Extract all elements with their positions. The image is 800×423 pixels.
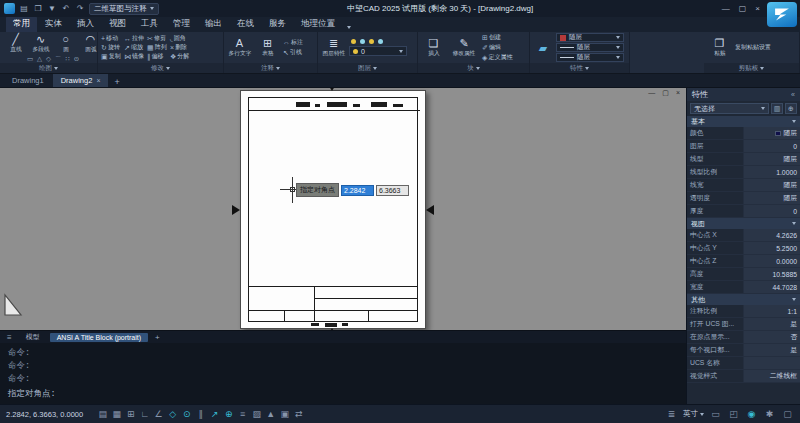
move-button[interactable]: +移动	[101, 34, 121, 43]
prop-row-center-z[interactable]: 中心点 Z 0.0000	[687, 255, 800, 268]
new-file-icon[interactable]: ▤	[19, 4, 29, 13]
prop-row-center-y[interactable]: 中心点 Y 5.2500	[687, 242, 800, 255]
create-block-button[interactable]: ⊞创建	[482, 33, 512, 42]
clean-screen-icon[interactable]: ◰	[727, 409, 740, 419]
object-color-dropdown[interactable]: 随层	[556, 33, 624, 42]
quick-select-button[interactable]: ▥	[771, 103, 783, 114]
tab-solid[interactable]: 实体	[38, 16, 69, 32]
lineweight-dropdown[interactable]: 随层	[556, 43, 624, 52]
prop-row-annotation-scale[interactable]: 注释比例 1:1	[687, 305, 800, 318]
edit-attribute-button[interactable]: ✎ 修改属性	[449, 37, 479, 58]
table-button[interactable]: ⊞ 表格	[255, 37, 280, 58]
drawing-canvas[interactable]: — ▢ ×	[0, 88, 686, 330]
group-label-clipboard[interactable]: 剪贴板	[704, 63, 799, 73]
layout-tab-model[interactable]: 模型	[19, 331, 47, 343]
new-layout-button[interactable]: +	[151, 333, 164, 342]
prop-row-layer[interactable]: 图层 0	[687, 140, 800, 153]
isometric-draft-icon[interactable]: ◇	[166, 409, 179, 419]
match-properties-button[interactable]: ▰	[533, 42, 553, 54]
lineweight-display-icon[interactable]: ≡	[236, 409, 249, 419]
scale-button[interactable]: ↗缩放	[124, 43, 144, 52]
doc-tab-drawing2[interactable]: Drawing2 ×	[53, 74, 109, 87]
status-menu-icon[interactable]: ≣	[665, 409, 678, 419]
dynamic-input-x-field[interactable]: 2.2842	[341, 185, 374, 196]
settings-gear-icon[interactable]: ✱	[763, 409, 776, 419]
group-label-draw[interactable]: 绘图	[0, 63, 97, 73]
tab-service[interactable]: 服务	[262, 16, 293, 32]
trim-button[interactable]: ✂修剪	[147, 34, 167, 43]
group-label-properties[interactable]: 特性	[530, 63, 629, 73]
mtext-button[interactable]: A 多行文字	[227, 37, 252, 58]
current-layer-dropdown[interactable]: 0	[349, 46, 407, 56]
paste-button[interactable]: ❐ 粘贴	[707, 37, 732, 58]
maximize-icon[interactable]: ▢	[739, 4, 747, 13]
linetype-dropdown[interactable]: 随层	[556, 53, 624, 62]
prop-row-transparency[interactable]: 透明度 随层	[687, 192, 800, 205]
section-misc[interactable]: 其他	[687, 294, 800, 305]
stretch-button[interactable]: ↔拉伸	[124, 34, 144, 43]
panel-collapse-icon[interactable]: «	[791, 91, 795, 98]
dynamic-input-icon[interactable]: ⊕	[222, 409, 235, 419]
prop-row-lineweight[interactable]: 线宽 随层	[687, 179, 800, 192]
close-icon[interactable]: ×	[755, 4, 760, 13]
prop-row-ucs-per-viewport[interactable]: 每个视口都... 是	[687, 344, 800, 357]
command-prompt[interactable]: 指定对角点:	[8, 388, 56, 400]
layer-on-icon[interactable]	[351, 39, 356, 44]
grid-icon[interactable]: ▦	[110, 409, 123, 419]
tab-home[interactable]: 常用	[6, 16, 37, 32]
erase-button[interactable]: ×删除	[170, 43, 190, 52]
prop-row-ucs-icon-on[interactable]: 打开 UCS 图... 是	[687, 318, 800, 331]
prop-row-thickness[interactable]: 厚度 0	[687, 205, 800, 218]
undo-icon[interactable]: ↶	[61, 4, 71, 13]
tab-tools[interactable]: 工具	[134, 16, 165, 32]
polyline-button[interactable]: ∿ 多段线	[28, 33, 53, 54]
group-label-annotate[interactable]: 注释	[224, 63, 317, 73]
copy-button[interactable]: ▣复制	[101, 52, 121, 61]
layer-freeze-icon[interactable]	[360, 39, 365, 44]
point-icon[interactable]: ⊙	[74, 55, 79, 62]
layer-lock-icon[interactable]	[369, 39, 374, 44]
line-button[interactable]: ╱ 直线	[3, 33, 28, 54]
define-attribute-button[interactable]: ◈定义属性	[482, 53, 512, 62]
snap-icon[interactable]: ⊞	[124, 409, 137, 419]
tab-manage[interactable]: 管理	[166, 16, 197, 32]
redo-icon[interactable]: ↷	[75, 4, 85, 13]
selection-cycling-icon[interactable]: ⇄	[292, 409, 305, 419]
workspace-display-icon[interactable]: ▭	[709, 409, 722, 419]
circle-button[interactable]: ○ 圆	[53, 33, 78, 54]
new-tab-button[interactable]: +	[109, 77, 124, 87]
doc-tab-drawing1[interactable]: Drawing1	[4, 74, 52, 87]
mirror-button[interactable]: ⋈镜像	[124, 52, 144, 61]
app-menu-icon[interactable]	[4, 3, 15, 14]
layer-plot-icon[interactable]	[378, 39, 383, 44]
copy-paste-settings-button[interactable]: 复制粘贴设置	[735, 43, 771, 52]
workspace-switcher[interactable]: 二维草图与注释	[89, 3, 159, 15]
layout-menu-icon[interactable]: ≡	[3, 333, 16, 342]
insert-block-button[interactable]: ❏ 插入	[421, 37, 446, 58]
tab-output[interactable]: 输出	[198, 16, 229, 32]
model-paper-toggle-icon[interactable]: ▤	[96, 409, 109, 419]
fullscreen-icon[interactable]: ▢	[781, 409, 794, 419]
polar-tracking-icon[interactable]: ∠	[152, 409, 165, 419]
group-label-block[interactable]: 块	[418, 63, 529, 73]
group-label-modify[interactable]: 修改	[98, 63, 223, 73]
tab-online[interactable]: 在线	[230, 16, 261, 32]
rotate-button[interactable]: ↻旋转	[101, 43, 121, 52]
ortho-icon[interactable]: ∟	[138, 409, 151, 419]
tab-geolocation[interactable]: 地理位置	[294, 16, 342, 32]
units-dropdown[interactable]: 英寸	[683, 409, 704, 419]
object-snap-tracking-icon[interactable]: ↗	[208, 409, 221, 419]
prop-row-ucs-name[interactable]: UCS 名称	[687, 357, 800, 370]
ribbon-collapse-icon[interactable]	[347, 26, 351, 29]
ellipse-icon[interactable]: ◇	[46, 55, 51, 62]
selection-dropdown[interactable]: 无选择	[690, 103, 769, 114]
dimension-button[interactable]: ⇔标注	[283, 38, 303, 47]
save-icon[interactable]: ▼	[47, 4, 57, 13]
command-line-panel[interactable]: 命令: 命令: 命令: 指定对角点:	[0, 343, 686, 404]
doc-restore-icon[interactable]: ▢	[662, 89, 669, 97]
autoscale-icon[interactable]: ▣	[278, 409, 291, 419]
section-view[interactable]: 视图	[687, 218, 800, 229]
prop-row-color[interactable]: 颜色 随层	[687, 127, 800, 140]
spline-icon[interactable]: ⌒	[55, 55, 62, 62]
leader-button[interactable]: ↖引线	[283, 48, 303, 57]
